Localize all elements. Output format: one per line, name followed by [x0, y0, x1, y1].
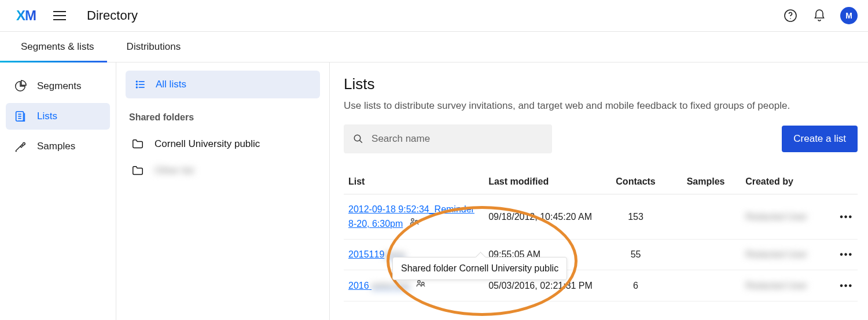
modified-cell: 09/18/2012, 10:45:20 AM: [484, 194, 601, 240]
help-icon[interactable]: [782, 8, 799, 24]
tab-distributions[interactable]: Distributions: [127, 32, 181, 62]
folder-label: Other list: [155, 165, 194, 176]
main-content: Lists Use lists to distribute survey inv…: [330, 62, 868, 320]
list-icon: [135, 79, 146, 90]
row-actions-icon[interactable]: •••: [840, 281, 853, 290]
folder-sidebar: All lists Shared folders Cornell Univers…: [116, 62, 330, 320]
svg-point-9: [137, 81, 138, 82]
dropper-icon: [14, 140, 27, 153]
top-bar: XM Directory M: [0, 0, 868, 32]
folder-item-cornell[interactable]: Cornell University public: [126, 131, 320, 157]
created-by-cell: Redacted User: [745, 212, 807, 222]
folder-item-other[interactable]: Other list: [126, 157, 320, 184]
pie-icon: [14, 80, 27, 93]
contacts-cell: 55: [601, 240, 671, 270]
samples-cell: [671, 240, 741, 270]
sidebar-item-segments[interactable]: Segments: [6, 73, 110, 100]
col-modified[interactable]: Last modified: [484, 170, 601, 194]
shared-folder-tooltip: Shared folder Cornell University public: [392, 257, 567, 280]
all-lists-item[interactable]: All lists: [126, 71, 320, 98]
search-icon: [353, 133, 363, 145]
lists-icon: [14, 110, 27, 123]
nav-sidebar: Segments Lists Samples: [0, 62, 116, 320]
sidebar-item-samples[interactable]: Samples: [6, 133, 110, 160]
app-logo: XM: [16, 8, 36, 24]
avatar[interactable]: M: [840, 7, 858, 24]
table-row[interactable]: 2012-09-18 9:52:34_Reminder 8-20, 6:30pm…: [344, 194, 858, 240]
page-title: Directory: [87, 8, 138, 23]
col-contacts[interactable]: Contacts: [601, 170, 671, 194]
created-by-cell: Redacted User: [745, 249, 807, 259]
sidebar-item-label: Samples: [37, 141, 75, 152]
search-input[interactable]: [372, 133, 543, 145]
svg-point-12: [354, 135, 361, 141]
list-link[interactable]: 2016 extra text: [348, 281, 410, 290]
col-samples[interactable]: Samples: [671, 170, 741, 194]
samples-cell: [671, 270, 741, 301]
folder-label: Cornell University public: [155, 138, 260, 150]
tab-segments-lists[interactable]: Segments & lists: [21, 32, 94, 62]
col-list[interactable]: List: [344, 170, 484, 194]
sidebar-item-label: Segments: [37, 80, 82, 92]
main-layout: Segments Lists Samples All lists Shared …: [0, 62, 868, 320]
sidebar-item-label: Lists: [37, 111, 57, 122]
row-actions-icon[interactable]: •••: [840, 212, 853, 222]
folder-icon: [131, 164, 144, 177]
menu-icon[interactable]: [53, 11, 66, 20]
created-by-cell: Redacted User: [745, 281, 807, 290]
shared-folders-heading: Shared folders: [129, 112, 320, 123]
tab-underline: [0, 61, 107, 62]
samples-cell: [671, 194, 741, 240]
shared-icon: [409, 219, 420, 229]
svg-point-14: [411, 219, 414, 222]
folder-icon: [131, 138, 144, 150]
svg-line-13: [359, 140, 362, 143]
contacts-cell: 6: [601, 270, 671, 301]
lists-title: Lists: [344, 75, 858, 93]
all-lists-label: All lists: [156, 79, 186, 90]
lists-table: List Last modified Contacts Samples Crea…: [344, 170, 858, 301]
tab-bar: Segments & lists Distributions: [0, 32, 868, 62]
sidebar-item-lists[interactable]: Lists: [6, 103, 110, 130]
shared-icon: [415, 281, 426, 290]
contacts-cell: 153: [601, 194, 671, 240]
svg-point-10: [137, 84, 138, 85]
svg-point-11: [137, 87, 138, 88]
svg-point-16: [418, 281, 421, 284]
bell-icon[interactable]: [811, 8, 827, 24]
col-created-by[interactable]: Created by: [741, 170, 828, 194]
lists-subtitle: Use lists to distribute survey invitatio…: [344, 100, 858, 112]
search-box[interactable]: [344, 124, 552, 153]
svg-point-1: [790, 18, 791, 19]
row-actions-icon[interactable]: •••: [840, 249, 853, 259]
create-list-button[interactable]: Create a list: [782, 126, 858, 152]
